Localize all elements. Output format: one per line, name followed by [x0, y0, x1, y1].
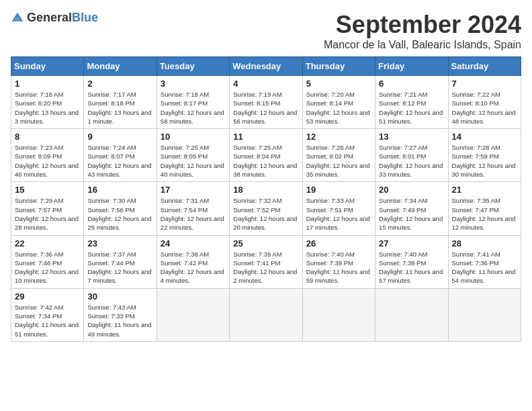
day-info: Sunrise: 7:36 AMSunset: 7:46 PMDaylight:…: [15, 250, 80, 285]
day-info: Sunrise: 7:40 AMSunset: 7:38 PMDaylight:…: [379, 250, 444, 285]
day-info: Sunrise: 7:20 AMSunset: 8:14 PMDaylight:…: [306, 90, 371, 126]
week-row-3: 15Sunrise: 7:29 AMSunset: 7:57 PMDayligh…: [11, 182, 521, 235]
day-number: 22: [15, 238, 80, 248]
column-header-monday: Monday: [84, 57, 157, 76]
day-number: 23: [87, 238, 152, 248]
day-cell: 4Sunrise: 7:19 AMSunset: 8:15 PMDaylight…: [230, 76, 302, 129]
day-info: Sunrise: 7:25 AMSunset: 8:05 PMDaylight:…: [161, 143, 226, 179]
day-cell: 12Sunrise: 7:26 AMSunset: 8:02 PMDayligh…: [302, 129, 375, 182]
day-info: Sunrise: 7:32 AMSunset: 7:52 PMDaylight:…: [233, 196, 298, 232]
day-number: 28: [452, 238, 517, 248]
day-cell: 7Sunrise: 7:22 AMSunset: 8:10 PMDaylight…: [448, 76, 521, 129]
day-number: 25: [233, 238, 298, 248]
day-cell: 3Sunrise: 7:18 AMSunset: 8:17 PMDaylight…: [157, 76, 229, 129]
day-info: Sunrise: 7:30 AMSunset: 7:56 PMDaylight:…: [87, 196, 152, 232]
day-info: Sunrise: 7:24 AMSunset: 8:07 PMDaylight:…: [87, 143, 152, 179]
column-header-sunday: Sunday: [11, 57, 84, 76]
day-info: Sunrise: 7:28 AMSunset: 7:59 PMDaylight:…: [452, 143, 517, 179]
day-number: 24: [161, 238, 226, 248]
day-number: 20: [379, 185, 444, 195]
day-info: Sunrise: 7:16 AMSunset: 8:20 PMDaylight:…: [15, 90, 80, 126]
day-cell: 21Sunrise: 7:35 AMSunset: 7:47 PMDayligh…: [448, 182, 521, 235]
week-row-5: 29Sunrise: 7:42 AMSunset: 7:34 PMDayligh…: [11, 288, 521, 341]
day-number: 2: [87, 79, 152, 89]
day-cell: 6Sunrise: 7:21 AMSunset: 8:12 PMDaylight…: [375, 76, 448, 129]
day-info: Sunrise: 7:22 AMSunset: 8:10 PMDaylight:…: [452, 90, 517, 126]
day-number: 9: [87, 132, 152, 142]
day-number: 21: [452, 185, 517, 195]
day-info: Sunrise: 7:39 AMSunset: 7:41 PMDaylight:…: [233, 250, 298, 285]
day-cell: [302, 288, 375, 341]
day-cell: 26Sunrise: 7:40 AMSunset: 7:39 PMDayligh…: [302, 235, 375, 288]
column-header-thursday: Thursday: [302, 57, 375, 76]
day-number: 19: [306, 185, 371, 195]
day-cell: 30Sunrise: 7:43 AMSunset: 7:33 PMDayligh…: [84, 288, 157, 341]
page-container: GeneralBlue September 2024 Mancor de la …: [11, 11, 521, 342]
day-info: Sunrise: 7:19 AMSunset: 8:15 PMDaylight:…: [233, 90, 298, 126]
title-block: September 2024 Mancor de la Vall, Balear…: [324, 11, 521, 51]
day-info: Sunrise: 7:37 AMSunset: 7:44 PMDaylight:…: [87, 250, 152, 285]
day-number: 6: [379, 79, 444, 89]
day-number: 29: [15, 291, 80, 302]
day-number: 7: [452, 79, 517, 89]
day-info: Sunrise: 7:33 AMSunset: 7:51 PMDaylight:…: [306, 196, 371, 232]
day-cell: 20Sunrise: 7:34 AMSunset: 7:49 PMDayligh…: [375, 182, 448, 235]
day-info: Sunrise: 7:38 AMSunset: 7:42 PMDaylight:…: [161, 250, 226, 285]
logo-icon: [11, 11, 24, 25]
day-number: 27: [379, 238, 444, 248]
column-header-wednesday: Wednesday: [230, 57, 302, 76]
day-cell: [230, 288, 302, 341]
day-info: Sunrise: 7:25 AMSunset: 8:04 PMDaylight:…: [233, 143, 298, 179]
day-info: Sunrise: 7:35 AMSunset: 7:47 PMDaylight:…: [452, 196, 517, 232]
day-info: Sunrise: 7:31 AMSunset: 7:54 PMDaylight:…: [161, 196, 226, 232]
day-cell: 24Sunrise: 7:38 AMSunset: 7:42 PMDayligh…: [157, 235, 229, 288]
day-info: Sunrise: 7:29 AMSunset: 7:57 PMDaylight:…: [15, 196, 80, 232]
day-number: 13: [379, 132, 444, 142]
day-info: Sunrise: 7:42 AMSunset: 7:34 PMDaylight:…: [15, 303, 80, 338]
day-cell: 27Sunrise: 7:40 AMSunset: 7:38 PMDayligh…: [375, 235, 448, 288]
day-cell: 17Sunrise: 7:31 AMSunset: 7:54 PMDayligh…: [157, 182, 229, 235]
day-cell: 29Sunrise: 7:42 AMSunset: 7:34 PMDayligh…: [11, 288, 84, 341]
day-number: 12: [306, 132, 371, 142]
day-number: 15: [15, 185, 80, 195]
header: GeneralBlue September 2024 Mancor de la …: [11, 11, 521, 51]
day-info: Sunrise: 7:27 AMSunset: 8:01 PMDaylight:…: [379, 143, 444, 179]
column-header-friday: Friday: [375, 57, 448, 76]
day-number: 11: [233, 132, 298, 142]
day-info: Sunrise: 7:41 AMSunset: 7:36 PMDaylight:…: [452, 250, 517, 285]
day-number: 1: [15, 79, 80, 89]
column-header-tuesday: Tuesday: [157, 57, 229, 76]
day-cell: 15Sunrise: 7:29 AMSunset: 7:57 PMDayligh…: [11, 182, 84, 235]
day-info: Sunrise: 7:34 AMSunset: 7:49 PMDaylight:…: [379, 196, 444, 232]
day-cell: 16Sunrise: 7:30 AMSunset: 7:56 PMDayligh…: [84, 182, 157, 235]
location-title: Mancor de la Vall, Balearic Islands, Spa…: [324, 39, 521, 51]
day-cell: 2Sunrise: 7:17 AMSunset: 8:18 PMDaylight…: [84, 76, 157, 129]
day-number: 17: [161, 185, 226, 195]
day-cell: 28Sunrise: 7:41 AMSunset: 7:36 PMDayligh…: [448, 235, 521, 288]
header-row: SundayMondayTuesdayWednesdayThursdayFrid…: [11, 57, 521, 76]
day-info: Sunrise: 7:17 AMSunset: 8:18 PMDaylight:…: [87, 90, 152, 126]
month-title: September 2024: [324, 11, 521, 39]
calendar-header: SundayMondayTuesdayWednesdayThursdayFrid…: [11, 57, 521, 76]
day-cell: 1Sunrise: 7:16 AMSunset: 8:20 PMDaylight…: [11, 76, 84, 129]
day-cell: 10Sunrise: 7:25 AMSunset: 8:05 PMDayligh…: [157, 129, 229, 182]
day-number: 10: [161, 132, 226, 142]
day-cell: 9Sunrise: 7:24 AMSunset: 8:07 PMDaylight…: [84, 129, 157, 182]
logo-text: GeneralBlue: [27, 11, 98, 25]
day-cell: 5Sunrise: 7:20 AMSunset: 8:14 PMDaylight…: [302, 76, 375, 129]
day-cell: 23Sunrise: 7:37 AMSunset: 7:44 PMDayligh…: [84, 235, 157, 288]
day-info: Sunrise: 7:23 AMSunset: 8:09 PMDaylight:…: [15, 143, 80, 179]
calendar-body: 1Sunrise: 7:16 AMSunset: 8:20 PMDaylight…: [11, 76, 521, 342]
calendar-table: SundayMondayTuesdayWednesdayThursdayFrid…: [11, 56, 521, 342]
day-number: 8: [15, 132, 80, 142]
day-cell: 8Sunrise: 7:23 AMSunset: 8:09 PMDaylight…: [11, 129, 84, 182]
day-info: Sunrise: 7:43 AMSunset: 7:33 PMDaylight:…: [87, 303, 152, 338]
column-header-saturday: Saturday: [448, 57, 521, 76]
day-cell: 11Sunrise: 7:25 AMSunset: 8:04 PMDayligh…: [230, 129, 302, 182]
day-info: Sunrise: 7:21 AMSunset: 8:12 PMDaylight:…: [379, 90, 444, 126]
week-row-1: 1Sunrise: 7:16 AMSunset: 8:20 PMDaylight…: [11, 76, 521, 129]
day-cell: 18Sunrise: 7:32 AMSunset: 7:52 PMDayligh…: [230, 182, 302, 235]
day-number: 16: [87, 185, 152, 195]
day-cell: 19Sunrise: 7:33 AMSunset: 7:51 PMDayligh…: [302, 182, 375, 235]
day-info: Sunrise: 7:18 AMSunset: 8:17 PMDaylight:…: [161, 90, 226, 126]
